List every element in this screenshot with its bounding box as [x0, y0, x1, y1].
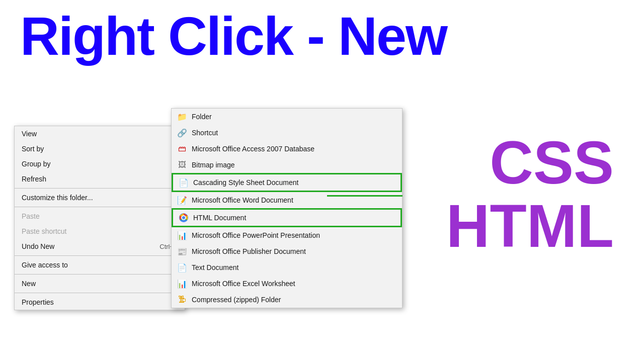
shortcut-icon: 🔗: [177, 127, 188, 138]
css-label: CSS: [446, 131, 614, 194]
sub-menu-item-css[interactable]: 📄 Cascading Style Sheet Document: [172, 173, 402, 192]
svg-point-2: [182, 216, 185, 219]
divider-2: [15, 207, 185, 207]
css-arrow-line: [327, 195, 403, 197]
sub-menu-item-access[interactable]: 🗃 Microsoft Office Access 2007 Database: [172, 141, 402, 157]
divider-1: [15, 188, 185, 189]
publisher-icon: 📰: [177, 246, 188, 257]
word-icon: 📝: [177, 195, 188, 206]
sub-menu-item-zip[interactable]: 🗜 Compressed (zipped) Folder: [172, 292, 402, 308]
sub-menu-item-word[interactable]: 📝 Microsoft Office Word Document: [172, 192, 402, 208]
zip-icon: 🗜: [177, 294, 188, 305]
css-html-label: CSS HTML: [446, 131, 614, 257]
sub-menu-item-ppt[interactable]: 📊 Microsoft Office PowerPoint Presentati…: [172, 227, 402, 243]
menu-item-group-by[interactable]: Group by ❯: [15, 156, 185, 171]
menu-item-view[interactable]: View ❯: [15, 126, 185, 141]
page-title: Right Click - New: [20, 9, 447, 63]
html-file-icon: [178, 212, 189, 223]
bitmap-icon: 🖼: [177, 159, 188, 170]
excel-icon: 📊: [177, 278, 188, 289]
divider-5: [15, 293, 185, 293]
sub-menu-item-bitmap[interactable]: 🖼 Bitmap image: [172, 157, 402, 173]
sub-menu-item-text[interactable]: 📄 Text Document: [172, 259, 402, 276]
sub-menu-item-excel[interactable]: 📊 Microsoft Office Excel Worksheet: [172, 276, 402, 292]
menu-item-undo-new[interactable]: Undo New Ctrl+Z: [15, 239, 185, 254]
divider-3: [15, 255, 185, 256]
menu-item-customize[interactable]: Customize this folder...: [15, 190, 185, 205]
menu-item-paste[interactable]: Paste: [15, 209, 185, 224]
folder-icon: 📁: [177, 111, 188, 122]
menu-item-give-access[interactable]: Give access to ❯: [15, 257, 185, 273]
ppt-icon: 📊: [177, 230, 188, 241]
menu-item-properties[interactable]: Properties: [15, 295, 185, 310]
text-icon: 📄: [177, 262, 188, 273]
css-file-icon: 📄: [178, 177, 189, 188]
sub-menu-item-html[interactable]: HTML Document: [172, 208, 402, 227]
menu-item-paste-shortcut[interactable]: Paste shortcut: [15, 224, 185, 239]
sub-menu-item-folder[interactable]: 📁 Folder: [172, 109, 402, 125]
main-context-menu: View ❯ Sort by ❯ Group by ❯ Refresh Cust…: [14, 126, 185, 310]
access-icon: 🗃: [177, 143, 188, 154]
html-label: HTML: [446, 194, 614, 257]
menu-item-new[interactable]: New ❯: [15, 276, 185, 291]
menu-item-sort-by[interactable]: Sort by ❯: [15, 141, 185, 156]
menu-item-refresh[interactable]: Refresh: [15, 171, 185, 187]
sub-menu-item-publisher[interactable]: 📰 Microsoft Office Publisher Document: [172, 243, 402, 259]
sub-context-menu: 📁 Folder 🔗 Shortcut 🗃 Microsoft Office A…: [171, 108, 403, 308]
sub-menu-item-shortcut[interactable]: 🔗 Shortcut: [172, 125, 402, 141]
divider-4: [15, 274, 185, 275]
